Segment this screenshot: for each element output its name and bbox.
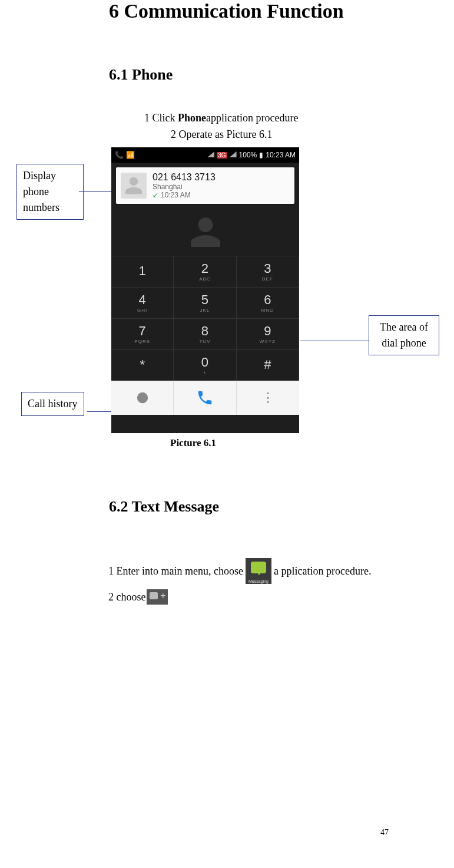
key-7[interactable]: 7PQRS	[111, 318, 174, 349]
messaging-app-icon: Messaging	[246, 558, 271, 584]
phone-icon: 📞	[115, 151, 124, 159]
key-6[interactable]: 6MNO	[237, 287, 299, 318]
recent-call-card[interactable]: 021 6413 3713 Shanghai ↙10:23 AM	[116, 167, 294, 204]
key-star[interactable]: *	[111, 349, 174, 381]
key-9[interactable]: 9WXYZ	[237, 318, 299, 349]
wifi-icon: 📶	[126, 151, 135, 159]
figure-caption: Picture 6.1	[170, 437, 216, 449]
heading-section-phone: 6.1 Phone	[109, 66, 173, 84]
phone-screenshot: 📞 📶 3G 100% ▮ 10:23 AM 021 6413 3713 Sha…	[111, 147, 299, 433]
recent-time: 10:23 AM	[161, 191, 191, 199]
step-2: 2 Operate as Picture 6.1	[171, 128, 272, 141]
key-4[interactable]: 4GHI	[111, 287, 174, 318]
contact-silhouette	[111, 209, 299, 256]
text-step-2: 2 choose	[108, 589, 168, 605]
key-5[interactable]: 5JKL	[174, 287, 236, 318]
callout-dial-area: The area of dial phone	[369, 315, 439, 355]
status-bar: 📞 📶 3G 100% ▮ 10:23 AM	[111, 147, 299, 163]
network-badge: 3G	[217, 152, 227, 159]
bottom-bar: ⋮	[111, 381, 299, 415]
battery-text: 100%	[239, 151, 257, 159]
key-hash[interactable]: #	[237, 349, 299, 381]
key-2[interactable]: 2ABC	[174, 256, 236, 287]
overflow-menu-icon: ⋮	[261, 390, 274, 405]
heading-chapter: 6 Communication Function	[109, 0, 344, 22]
leader-display-numbers	[79, 191, 112, 192]
overflow-button[interactable]: ⋮	[237, 381, 299, 415]
step-1-pre: 1 Click	[144, 112, 178, 124]
callout-display-numbers: Display phone numbers	[16, 164, 84, 220]
signal-icon	[207, 151, 214, 159]
avatar	[121, 173, 147, 199]
history-button[interactable]	[111, 381, 174, 415]
recent-number: 021 6413 3713	[153, 172, 216, 183]
call-info: 021 6413 3713 Shanghai ↙10:23 AM	[153, 172, 216, 199]
key-3[interactable]: 3DEF	[237, 256, 299, 287]
battery-icon: ▮	[259, 151, 263, 159]
key-8[interactable]: 8TUV	[174, 318, 236, 349]
cell-signal-icon	[230, 151, 237, 159]
compose-message-icon	[147, 589, 168, 605]
text-step-1: 1 Enter into main menu, choose Messaging…	[108, 558, 371, 584]
leader-dial-area	[300, 341, 369, 341]
text-step-2-label: 2 choose	[108, 591, 145, 603]
heading-section-text: 6.2 Text Message	[109, 498, 219, 516]
step-1: 1 Click Phoneapplication procedure	[144, 112, 298, 124]
dialpad: 1 2ABC 3DEF 4GHI 5JKL 6MNO 7PQRS 8TUV 9W…	[111, 256, 299, 381]
step-1-bold: Phone	[178, 112, 206, 124]
callout-call-history: Call history	[21, 392, 84, 416]
status-time: 10:23 AM	[266, 151, 296, 159]
key-0[interactable]: 0+	[174, 349, 236, 381]
key-1[interactable]: 1	[111, 256, 174, 287]
step-1-post: application procedure	[206, 112, 298, 124]
text-step-1-post: a pplication procedure.	[274, 565, 371, 577]
call-button[interactable]	[174, 381, 236, 415]
text-step-1-pre: 1 Enter into main menu, choose	[108, 565, 243, 577]
incoming-arrow-icon: ↙	[153, 191, 158, 199]
page-number: 47	[380, 828, 389, 837]
messaging-icon-label: Messaging	[246, 579, 271, 583]
recent-city: Shanghai	[153, 183, 216, 191]
